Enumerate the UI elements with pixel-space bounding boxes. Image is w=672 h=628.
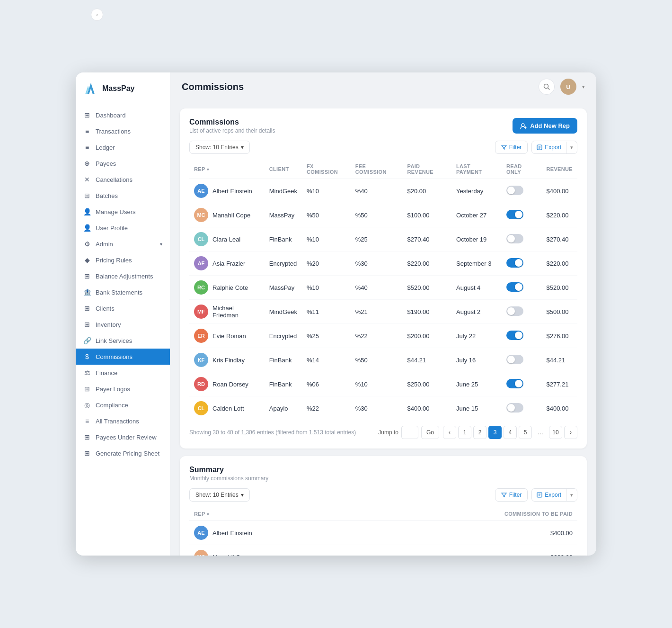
sidebar-item-generate-pricing-sheet[interactable]: ⊞ Generate Pricing Sheet bbox=[76, 445, 170, 461]
sidebar-item-dashboard[interactable]: ⊞ Dashboard bbox=[76, 107, 170, 123]
sidebar-item-label: Cancellations bbox=[96, 176, 162, 183]
fee-cell-1: %50 bbox=[351, 203, 403, 227]
topbar-right: U ▾ bbox=[539, 79, 585, 95]
read-only-cell-7 bbox=[502, 348, 542, 372]
go-button[interactable]: Go bbox=[421, 426, 439, 439]
sidebar-item-payees-under-review[interactable]: ⊞ Payees Under Review bbox=[76, 429, 170, 445]
page-prev-button[interactable]: ‹ bbox=[443, 426, 456, 439]
sidebar-item-label: Inventory bbox=[96, 321, 162, 328]
show-entries-button[interactable]: Show: 10 Entries ▾ bbox=[189, 141, 250, 154]
export-button[interactable]: Export bbox=[532, 141, 566, 153]
revenue-cell-3: $220.00 bbox=[541, 251, 577, 276]
summary-card: Summary Monthly commissions summary Show… bbox=[180, 456, 587, 556]
sidebar: MassPay ⊞ Dashboard ≡ Transactions ≡ Led… bbox=[76, 72, 170, 556]
summary-commission-cell-1: $220.00 bbox=[370, 545, 577, 556]
sidebar-item-link-services[interactable]: 🔗 Link Services bbox=[76, 332, 170, 349]
filter-button[interactable]: Filter bbox=[495, 141, 528, 154]
sidebar-item-transactions[interactable]: ≡ Transactions bbox=[76, 123, 170, 139]
filter-icon bbox=[501, 492, 507, 498]
jump-to-label: Jump to bbox=[378, 429, 398, 436]
add-new-rep-button[interactable]: Add New Rep bbox=[513, 118, 577, 134]
read-only-toggle-6[interactable] bbox=[506, 331, 523, 340]
search-button[interactable] bbox=[539, 79, 555, 95]
page-next-button[interactable]: › bbox=[564, 426, 577, 439]
fee-cell-3: %30 bbox=[351, 251, 403, 276]
read-only-toggle-0[interactable] bbox=[506, 186, 523, 195]
summary-show-entries-button[interactable]: Show: 10 Entries ▾ bbox=[189, 488, 250, 502]
sidebar-item-cancellations[interactable]: ✕ Cancellations bbox=[76, 171, 170, 188]
summary-export-dropdown-button[interactable]: ▾ bbox=[566, 489, 577, 501]
read-only-cell-0 bbox=[502, 179, 542, 203]
sidebar-item-compliance[interactable]: ◎ Compliance bbox=[76, 397, 170, 413]
read-only-toggle-9[interactable] bbox=[506, 403, 523, 413]
read-only-toggle-4[interactable] bbox=[506, 282, 523, 292]
last-payment-cell-8: June 25 bbox=[451, 372, 502, 396]
sidebar-item-payees[interactable]: ⊕ Payees bbox=[76, 155, 170, 171]
revenue-cell-4: $520.00 bbox=[541, 276, 577, 300]
export-dropdown-button[interactable]: ▾ bbox=[566, 142, 577, 153]
jump-to-input[interactable] bbox=[401, 426, 418, 439]
sidebar-item-ledger[interactable]: ≡ Ledger bbox=[76, 139, 170, 155]
page-3-button[interactable]: 3 bbox=[488, 426, 502, 439]
fee-cell-7: %50 bbox=[351, 348, 403, 372]
sidebar-item-bank-statements[interactable]: 🏦 Bank Statements bbox=[76, 284, 170, 300]
add-new-rep-label: Add New Rep bbox=[530, 122, 570, 129]
sidebar-item-label: Manage Users bbox=[96, 208, 162, 215]
sidebar-item-all-transactions[interactable]: ≡ All Transactions bbox=[76, 413, 170, 429]
read-only-toggle-1[interactable] bbox=[506, 210, 523, 219]
table-row: RC Ralphie Cote MassPay %10 %40 $520.00 … bbox=[189, 276, 577, 300]
page-1-button[interactable]: 1 bbox=[458, 426, 471, 439]
summary-filter-button[interactable]: Filter bbox=[495, 488, 528, 502]
table-row: CL Ciara Leal FinBank %10 %25 $270.40 Oc… bbox=[189, 227, 577, 251]
table-row: CL Caiden Lott Apaylo %22 %30 $400.00 Ju… bbox=[189, 396, 577, 421]
client-cell-4: MassPay bbox=[265, 276, 302, 300]
read-only-cell-5 bbox=[502, 300, 542, 324]
read-only-toggle-2[interactable] bbox=[506, 234, 523, 243]
client-cell-3: Encrypted bbox=[265, 251, 302, 276]
read-only-toggle-8[interactable] bbox=[506, 379, 523, 388]
last-payment-cell-6: July 22 bbox=[451, 324, 502, 348]
sidebar-item-user-profile[interactable]: 👤 User Profile bbox=[76, 220, 170, 236]
rep-cell-7: KF Kris Findlay bbox=[189, 348, 265, 372]
avatar-chevron-icon[interactable]: ▾ bbox=[582, 84, 585, 90]
revenue-cell-8: $277.21 bbox=[541, 372, 577, 396]
revenue-cell-6: $276.00 bbox=[541, 324, 577, 348]
sidebar-item-manage-users[interactable]: 👤 Manage Users bbox=[76, 204, 170, 220]
sidebar-item-inventory[interactable]: ⊞ Inventory bbox=[76, 316, 170, 332]
summary-export-button[interactable]: Export bbox=[532, 489, 566, 501]
rep-avatar: KF bbox=[194, 353, 208, 367]
sidebar-item-pricing-rules[interactable]: ◆ Pricing Rules bbox=[76, 252, 170, 268]
masspay-logo-icon bbox=[83, 81, 98, 96]
avatar[interactable]: U bbox=[560, 79, 576, 95]
rep-name: Evie Roman bbox=[212, 332, 246, 340]
read-only-toggle-5[interactable] bbox=[506, 306, 523, 316]
sidebar-item-payer-logos[interactable]: ⊞ Payer Logos bbox=[76, 381, 170, 397]
sidebar-item-clients[interactable]: ⊞ Clients bbox=[76, 300, 170, 316]
page-2-button[interactable]: 2 bbox=[473, 426, 486, 439]
rep-cell-4: RC Ralphie Cote bbox=[189, 276, 265, 300]
summary-toolbar: Show: 10 Entries ▾ Filter bbox=[189, 488, 577, 502]
sidebar-item-commissions[interactable]: $ Commissions bbox=[76, 349, 170, 365]
sidebar-item-batches[interactable]: ⊞ Batches bbox=[76, 188, 170, 204]
read-only-toggle-7[interactable] bbox=[506, 355, 523, 364]
page-4-button[interactable]: 4 bbox=[504, 426, 517, 439]
revenue-cell-1: $220.00 bbox=[541, 203, 577, 227]
last-payment-cell-4: August 4 bbox=[451, 276, 502, 300]
summary-table: REP ▾ COMMISSION TO BE PAID AE Albert Ei… bbox=[189, 507, 577, 556]
sidebar-item-finance[interactable]: ⚖ Finance bbox=[76, 365, 170, 381]
last-payment-cell-1: October 27 bbox=[451, 203, 502, 227]
client-cell-8: FinBank bbox=[265, 372, 302, 396]
client-cell-6: Encrypted bbox=[265, 324, 302, 348]
logo-text: MassPay bbox=[102, 84, 135, 93]
sidebar-item-label: Batches bbox=[96, 192, 162, 199]
revenue-cell-9: $400.00 bbox=[541, 396, 577, 421]
sidebar-item-label: Clients bbox=[96, 305, 162, 312]
read-only-toggle-3[interactable] bbox=[506, 258, 523, 268]
page-10-button[interactable]: 10 bbox=[549, 426, 562, 439]
page-5-button[interactable]: 5 bbox=[519, 426, 532, 439]
sidebar-item-admin[interactable]: ⚙ Admin ▾ bbox=[76, 236, 170, 252]
svg-point-4 bbox=[522, 124, 524, 126]
rep-avatar: CL bbox=[194, 232, 208, 246]
summary-col-rep: REP ▾ bbox=[189, 507, 370, 521]
sidebar-item-balance-adjustments[interactable]: ⊞ Balance Adjustments bbox=[76, 268, 170, 284]
